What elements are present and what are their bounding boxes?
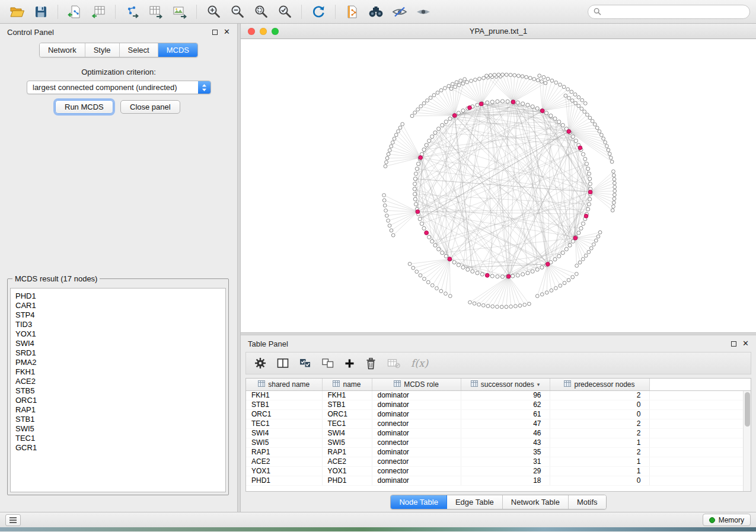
mcds-result-item[interactable]: STB1 xyxy=(15,415,225,424)
share-document-button[interactable] xyxy=(341,2,363,21)
table-tab-motifs[interactable]: Motifs xyxy=(569,495,606,509)
toolbar-separator xyxy=(301,5,302,19)
mcds-result-item[interactable]: TID3 xyxy=(15,320,225,329)
table-tab-node-table[interactable]: Node Table xyxy=(391,495,447,509)
cell-empty xyxy=(649,438,751,447)
table-row[interactable]: YOX1YOX1connector291 xyxy=(246,466,751,476)
desktop-wallpaper-strip xyxy=(0,527,756,531)
delete-columns-button[interactable] xyxy=(365,357,377,370)
column-header-label: shared name xyxy=(268,380,310,389)
mcds-result-item[interactable]: SWI4 xyxy=(15,339,225,348)
cell-successor-nodes: 29 xyxy=(461,466,550,476)
zoom-fit-button[interactable] xyxy=(250,2,272,21)
column-header-MCDS-role[interactable]: MCDS role xyxy=(372,379,461,390)
mcds-result-item[interactable]: SRD1 xyxy=(15,348,225,358)
show-hidden-button[interactable] xyxy=(412,2,435,21)
cell-successor-nodes: 62 xyxy=(461,400,550,409)
control-panel-tabbar: NetworkStyleSelectMCDS xyxy=(39,43,198,57)
table-tab-network-table[interactable]: Network Table xyxy=(503,495,569,509)
table-scrollbar[interactable] xyxy=(743,391,751,491)
run-mcds-button[interactable]: Run MCDS xyxy=(55,100,113,114)
mcds-result-item[interactable]: PMA2 xyxy=(15,358,225,367)
scrollbar-thumb[interactable] xyxy=(745,392,750,427)
zoom-in-button[interactable] xyxy=(202,2,225,21)
zoom-selected-button[interactable] xyxy=(273,2,296,21)
mcds-result-item[interactable]: STP4 xyxy=(15,310,225,320)
cell-predecessor-nodes: 2 xyxy=(550,447,649,457)
column-header-name[interactable]: name xyxy=(322,379,372,390)
search-input[interactable] xyxy=(605,8,744,16)
table-tab-edge-table[interactable]: Edge Table xyxy=(447,495,503,509)
table-row[interactable]: FKH1FKH1dominator962 xyxy=(246,390,751,400)
mcds-result-item[interactable]: TEC1 xyxy=(15,434,225,443)
tab-network[interactable]: Network xyxy=(40,43,85,57)
refresh-view-button[interactable] xyxy=(307,2,330,21)
cell-name: ORC1 xyxy=(322,409,372,419)
cell-empty xyxy=(649,466,751,476)
close-panel-icon[interactable]: ✕ xyxy=(224,29,230,35)
save-session-button[interactable] xyxy=(30,2,52,21)
cell-empty xyxy=(649,409,751,419)
tab-select[interactable]: Select xyxy=(120,43,158,57)
mcds-result-title: MCDS result (17 nodes) xyxy=(12,274,100,283)
cell-predecessor-nodes: 0 xyxy=(550,400,649,409)
toolbar-separator xyxy=(115,5,116,19)
mcds-result-list[interactable]: PHD1CAR1STP4TID3YOX1SWI4SRD1PMA2FKH1ACE2… xyxy=(10,288,226,492)
table-settings-button[interactable] xyxy=(254,357,266,369)
select-all-columns-button[interactable] xyxy=(299,358,311,368)
export-image-button[interactable] xyxy=(168,2,191,21)
mcds-result-item[interactable]: RAP1 xyxy=(15,405,225,415)
mcds-result-item[interactable]: ORC1 xyxy=(15,396,225,405)
minimize-window-button[interactable] xyxy=(260,28,267,35)
export-table-button[interactable] xyxy=(145,2,167,21)
open-session-button[interactable] xyxy=(6,2,28,21)
column-header-successor-nodes[interactable]: successor nodes▾ xyxy=(461,379,550,390)
table-row[interactable]: RAP1RAP1dominator352 xyxy=(246,447,751,457)
mcds-result-item[interactable]: CAR1 xyxy=(15,301,225,310)
mcds-result-item[interactable]: GCR1 xyxy=(15,443,225,453)
close-panel-icon[interactable]: ✕ xyxy=(742,341,749,347)
create-column-button[interactable] xyxy=(344,358,355,368)
column-header-shared-name[interactable]: shared name xyxy=(246,379,322,390)
table-row[interactable]: ORC1ORC1dominator610 xyxy=(246,409,751,419)
close-window-button[interactable] xyxy=(248,28,255,35)
optimization-dropdown[interactable]: largest connected component (undirected) xyxy=(27,81,211,94)
mcds-result-item[interactable]: ACE2 xyxy=(15,377,225,386)
table-row[interactable]: SWI4SWI4dominator462 xyxy=(246,428,751,438)
cell-MCDS-role: connector xyxy=(372,457,461,466)
toggle-column-panel-button[interactable] xyxy=(277,358,289,368)
float-panel-icon[interactable] xyxy=(731,341,736,347)
unselect-all-columns-button[interactable] xyxy=(322,358,334,368)
zoom-out-button[interactable] xyxy=(226,2,248,21)
mcds-result-item[interactable]: FKH1 xyxy=(15,367,225,377)
table-row[interactable]: SWI5SWI5connector431 xyxy=(246,438,751,447)
mcds-result-item[interactable]: STB5 xyxy=(15,386,225,396)
import-network-from-file-button[interactable] xyxy=(63,2,86,21)
export-network-button[interactable] xyxy=(121,2,143,21)
memory-button[interactable]: Memory xyxy=(703,514,751,526)
search-network-button[interactable] xyxy=(365,2,387,21)
memory-status-icon xyxy=(709,517,715,523)
table-row[interactable]: TEC1TEC1connector472 xyxy=(246,419,751,428)
tab-mcds[interactable]: MCDS xyxy=(158,43,197,57)
table-row[interactable]: ACE2ACE2connector311 xyxy=(246,457,751,466)
status-console-button[interactable] xyxy=(5,514,21,526)
zoom-in-icon xyxy=(206,4,221,19)
table-panel: Table Panel ✕ xyxy=(241,335,756,512)
table-row[interactable]: STB1STB1dominator620 xyxy=(246,400,751,409)
split-columns-icon xyxy=(277,358,289,368)
network-canvas[interactable] xyxy=(241,39,756,332)
mcds-result-item[interactable]: PHD1 xyxy=(15,291,225,301)
import-table-from-file-button[interactable] xyxy=(87,2,110,21)
table-row[interactable]: PHD1PHD1dominator180 xyxy=(246,476,751,485)
binoculars-icon xyxy=(368,6,384,18)
tab-style[interactable]: Style xyxy=(85,43,120,57)
mcds-result-item[interactable]: YOX1 xyxy=(15,329,225,339)
close-panel-button[interactable]: Close panel xyxy=(120,100,180,114)
column-header-predecessor-nodes[interactable]: predecessor nodes xyxy=(550,379,649,390)
table-toolbar: f(x) xyxy=(245,352,751,374)
mcds-result-item[interactable]: SWI5 xyxy=(15,424,225,434)
float-panel-icon[interactable] xyxy=(212,30,218,35)
zoom-window-button[interactable] xyxy=(272,28,279,35)
hide-selected-button[interactable] xyxy=(388,2,411,21)
